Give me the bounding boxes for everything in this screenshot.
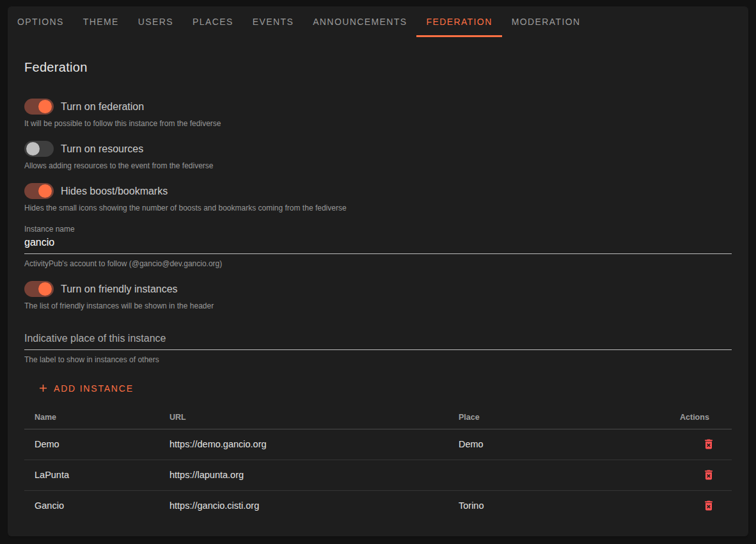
cell-name: LaPunta [24,460,159,490]
table-row: LaPunta https://lapunta.org [24,460,732,490]
tab-options[interactable]: OPTIONS [8,6,74,37]
tab-federation[interactable]: FEDERATION [416,6,501,37]
delete-forever-icon [702,504,715,514]
cell-place: Torino [448,490,670,521]
tab-users[interactable]: USERS [129,6,183,37]
instance-place-input[interactable] [24,330,732,350]
toggle-hint: The list of friendly instances will be s… [24,301,732,310]
instance-name-label: Instance name [24,225,732,234]
delete-instance-button[interactable] [702,468,715,481]
cell-url: https://demo.gancio.org [159,429,448,460]
delete-forever-icon [702,443,715,452]
add-instance-button[interactable]: ADD INSTANCE [32,380,139,397]
toggle-thumb [26,142,40,156]
instance-name-hint: ActivityPub's account to follow (@gancio… [24,259,732,268]
toggle-hint: Hides the small icons showing the number… [24,204,732,212]
tab-places[interactable]: PLACES [183,6,243,37]
plus-icon [37,382,49,394]
friendly-instances-toggle[interactable] [24,281,54,297]
toggle-label: Hides boost/bookmarks [61,186,168,197]
column-header-name: Name [24,406,159,429]
cell-url: https://lapunta.org [159,460,448,490]
toggle-thumb [38,282,52,296]
column-header-actions: Actions [670,406,732,429]
table-header-row: Name URL Place Actions [24,406,732,429]
admin-settings-card: OPTIONS THEME USERS PLACES EVENTS ANNOUN… [8,6,748,536]
tab-announcements[interactable]: ANNOUNCEMENTS [303,6,416,37]
cell-url: https://gancio.cisti.org [159,490,448,521]
instance-place-hint: The label to show in instances of others [24,355,732,364]
toggle-label: Turn on friendly instances [61,284,178,295]
instance-name-input[interactable] [24,234,732,254]
federation-panel: Federation Turn on federation It will be… [8,59,748,521]
tab-moderation[interactable]: MODERATION [502,6,590,37]
table-row: Demo https://demo.gancio.org Demo [24,429,732,460]
page-title: Federation [24,59,732,76]
cell-place: Demo [448,429,670,460]
resources-toggle[interactable] [24,141,54,157]
setting-hide-boosts: Hides boost/bookmarks Hides the small ic… [24,183,732,212]
toggle-thumb [38,100,52,113]
toggle-label: Turn on resources [61,143,143,155]
admin-tab-bar: OPTIONS THEME USERS PLACES EVENTS ANNOUN… [8,6,748,37]
setting-friendly-instances: Turn on friendly instances The list of f… [24,281,732,310]
delete-forever-icon [702,474,715,483]
column-header-url: URL [159,406,448,429]
add-instance-label: ADD INSTANCE [54,383,134,394]
toggle-hint: Allows adding resources to the event fro… [24,161,732,170]
instance-place-field: The label to show in instances of others [24,330,732,364]
setting-turn-on-federation: Turn on federation It will be possible t… [24,99,732,128]
table-row: Gancio https://gancio.cisti.org Torino [24,490,732,521]
cell-name: Demo [24,429,159,460]
friendly-instances-table: Name URL Place Actions Demo https://demo… [24,406,732,521]
federation-toggle[interactable] [24,99,54,115]
toggle-label: Turn on federation [61,101,144,113]
column-header-place: Place [448,406,670,429]
toggle-thumb [38,184,52,198]
delete-instance-button[interactable] [702,438,715,451]
tab-theme[interactable]: THEME [74,6,129,37]
toggle-hint: It will be possible to follow this insta… [24,119,732,128]
delete-instance-button[interactable] [702,499,715,512]
setting-turn-on-resources: Turn on resources Allows adding resource… [24,141,732,170]
tab-events[interactable]: EVENTS [243,6,303,37]
instance-name-field: Instance name ActivityPub's account to f… [24,225,732,268]
cell-name: Gancio [24,490,159,521]
hide-boosts-toggle[interactable] [24,183,54,199]
cell-place [448,460,670,490]
